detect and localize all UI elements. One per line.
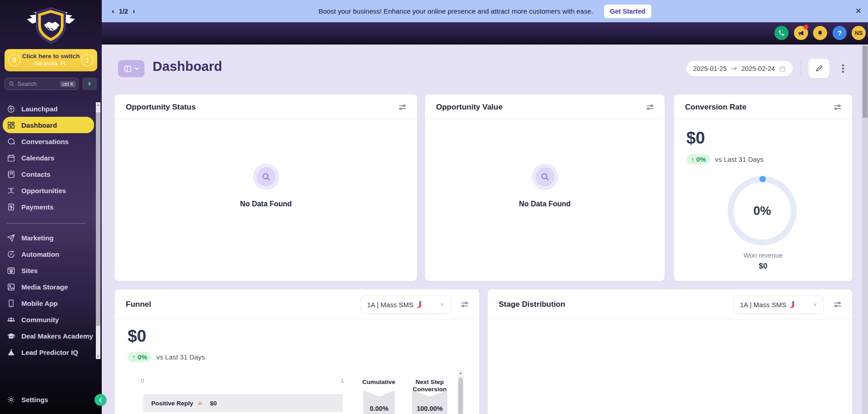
- chevron-down-icon: ∨: [813, 301, 817, 308]
- community-icon: [7, 315, 15, 324]
- banner-close-icon[interactable]: ✕: [855, 6, 862, 16]
- chevron-down-icon: [134, 67, 139, 70]
- sidebar-item-calendars[interactable]: Calendars: [0, 150, 95, 166]
- card-options-icon[interactable]: [398, 103, 407, 112]
- card-title: Funnel: [126, 300, 151, 309]
- banner-prev-icon[interactable]: ‹: [112, 7, 114, 15]
- sidebar-item-community[interactable]: Community: [0, 311, 95, 328]
- scroll-up-icon[interactable]: ▲: [96, 103, 100, 107]
- banner-message: Boost your business! Enhance your online…: [318, 7, 593, 15]
- stage-distribution-card: Stage Distribution 1A | Mass SMS ∨: [487, 289, 853, 414]
- dashboard-icon: [7, 121, 15, 130]
- leg-emoji-icon: [417, 301, 423, 309]
- sidebar-item-conversations[interactable]: Conversations: [0, 133, 95, 150]
- sidebar-item-media-storage[interactable]: Media Storage: [0, 279, 95, 295]
- automation-icon: [7, 250, 15, 259]
- empty-state-text: No Data Found: [115, 200, 417, 208]
- filter-value: 1A | Mass SMS: [367, 301, 413, 309]
- sidebar-scrollbar[interactable]: ▲ ▼: [96, 102, 100, 359]
- notifications-button[interactable]: [813, 26, 827, 40]
- conversations-icon: [7, 137, 15, 146]
- quick-actions-button[interactable]: [82, 78, 97, 90]
- phone-icon: [778, 30, 785, 36]
- sidebar-item-marketing[interactable]: Marketing: [0, 229, 95, 246]
- switcher-toggle-icon[interactable]: ▲▼: [81, 54, 94, 66]
- sidebar-collapse-button[interactable]: [94, 394, 106, 406]
- delta-badge: ↑ 0%: [128, 352, 152, 362]
- sidebar-item-launchpad[interactable]: Launchpad: [0, 100, 95, 117]
- sidebar-item-contacts[interactable]: Contacts: [0, 166, 95, 182]
- next-step-column-header: Next Step Conversion: [402, 379, 457, 393]
- card-options-icon[interactable]: [833, 103, 842, 112]
- sidebar-item-automation[interactable]: Automation: [0, 246, 95, 262]
- sidebar-item-sites[interactable]: Sites: [0, 262, 95, 279]
- funnel-row[interactable]: Positive Reply $0: [143, 394, 343, 412]
- sidebar-item-opportunities[interactable]: Opportunities: [0, 182, 95, 199]
- axis-min-label: 0: [141, 377, 144, 384]
- scroll-up-icon[interactable]: ▲: [459, 371, 462, 375]
- card-options-icon[interactable]: [833, 300, 842, 309]
- sidebar-scrollbar-thumb[interactable]: [96, 112, 100, 326]
- won-revenue-value: $0: [674, 262, 852, 271]
- help-button[interactable]: ?: [833, 26, 847, 40]
- date-range-picker[interactable]: 2025-01-25 2025-02-24: [686, 61, 793, 76]
- cumulative-column-header: Cumulative: [352, 379, 406, 386]
- main-content: Dashboard 2025-01-25 2025-02-24 Opportun…: [102, 45, 868, 414]
- card-title: Conversion Rate: [685, 103, 746, 112]
- launchpad-icon: [7, 105, 15, 113]
- edit-dashboard-button[interactable]: [808, 59, 829, 78]
- company-logo: [23, 4, 79, 45]
- sidebar-item-mobile-app[interactable]: Mobile App: [0, 295, 95, 311]
- marketing-icon: [7, 234, 15, 242]
- announcements-button[interactable]: [794, 26, 808, 40]
- media-storage-icon: [7, 283, 15, 291]
- contacts-icon: [7, 170, 15, 179]
- bell-icon: [817, 30, 823, 37]
- funnel-scrollbar[interactable]: ▲: [457, 370, 464, 414]
- delta-caption: vs Last 31 Days: [156, 353, 205, 361]
- delta-badge: ↑ 0%: [686, 154, 710, 165]
- leg-emoji-icon: [789, 301, 796, 309]
- sidebar-item-settings[interactable]: Settings: [0, 391, 95, 408]
- card-options-icon[interactable]: [645, 103, 655, 112]
- stage-filter-select[interactable]: 1A | Mass SMS ∨: [733, 295, 824, 314]
- thumbs-up-icon: [197, 400, 203, 406]
- sidebar-item-lead-predictor-iq[interactable]: Lead Predictor IQ: [0, 344, 95, 360]
- avatar-initials: NS: [855, 30, 863, 36]
- notification-dot: [804, 25, 808, 30]
- scroll-down-icon[interactable]: ▼: [96, 354, 100, 359]
- switcher-title: Click here to switch: [20, 53, 81, 60]
- opportunity-status-card: Opportunity Status No Data Found: [114, 94, 417, 281]
- opportunities-icon: [7, 186, 15, 195]
- magnifier-icon: [261, 172, 271, 182]
- cumulative-ribbon: 0.00%: [363, 390, 395, 414]
- funnel-card: Funnel 1A | Mass SMS ∨ $0 ↑ 0% vs Last 3…: [114, 289, 480, 414]
- filter-value: 1A | Mass SMS: [740, 301, 786, 309]
- get-started-button[interactable]: Get Started: [604, 5, 651, 18]
- banner-next-icon[interactable]: ›: [133, 7, 135, 15]
- card-options-icon[interactable]: [460, 300, 469, 309]
- axis-max-label: 1: [341, 377, 344, 384]
- search-input[interactable]: Search ctrl K: [5, 78, 79, 90]
- sidebar-item-deal-makers-academy[interactable]: Deal Makers Academy: [0, 328, 95, 344]
- page-scrollbar-thumb[interactable]: [863, 46, 868, 118]
- sidebar-item-payments[interactable]: Payments: [0, 199, 95, 215]
- magnifier-icon: [540, 172, 550, 182]
- sites-icon: [7, 266, 15, 275]
- dashboard-layout-button[interactable]: [118, 60, 144, 77]
- layout-icon: [124, 65, 132, 73]
- settings-gear-icon: [7, 395, 15, 404]
- search-icon: [9, 81, 15, 87]
- funnel-scrollbar-thumb[interactable]: [458, 378, 463, 414]
- phone-button[interactable]: [774, 26, 789, 40]
- more-options-button[interactable]: [839, 62, 847, 75]
- opportunity-value-card: Opportunity Value No Data Found: [425, 94, 665, 281]
- page-title: Dashboard: [153, 59, 222, 74]
- location-switcher[interactable]: Click here to switch Sarasota, FL ▲▼: [5, 49, 97, 71]
- sidebar-item-dashboard[interactable]: Dashboard: [3, 117, 94, 133]
- sidebar: Click here to switch Sarasota, FL ▲▼ Sea…: [0, 0, 102, 414]
- app-topbar: [102, 22, 868, 45]
- page-scrollbar[interactable]: [862, 45, 868, 414]
- user-avatar[interactable]: NS: [852, 26, 866, 40]
- funnel-filter-select[interactable]: 1A | Mass SMS ∨: [360, 295, 451, 314]
